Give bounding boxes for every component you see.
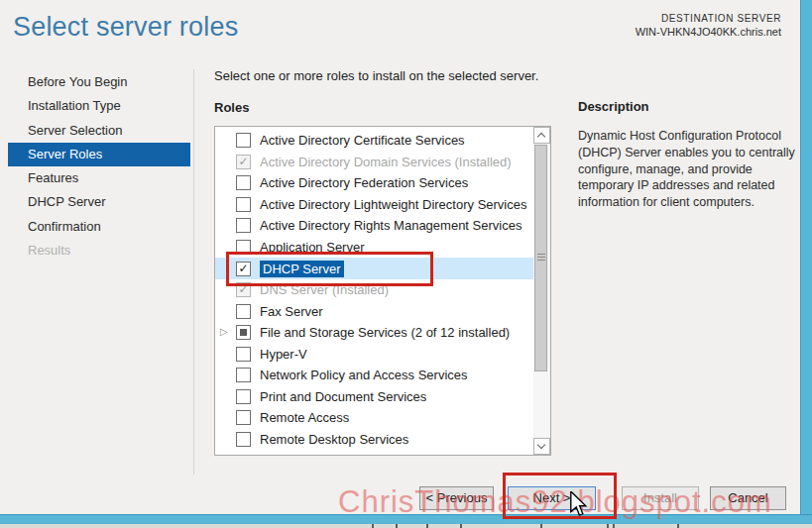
- scroll-down-icon[interactable]: [533, 438, 550, 455]
- role-label: Print and Document Services: [260, 389, 426, 404]
- role-label: Active Directory Certificate Services: [260, 133, 465, 148]
- background-window-edge-tick: [607, 524, 609, 528]
- role-row[interactable]: Remote Access: [215, 407, 533, 429]
- background-window-edge-tick: [677, 524, 679, 528]
- checkbox-unchecked-icon[interactable]: [236, 410, 251, 425]
- background-window-edge-tick: [372, 524, 374, 528]
- role-row[interactable]: Fax Server: [215, 300, 533, 322]
- role-label: Remote Access: [260, 410, 349, 425]
- expand-triangle-icon[interactable]: ▷: [220, 326, 228, 337]
- checkbox-unchecked-icon[interactable]: [236, 432, 251, 447]
- description-heading: Description: [578, 99, 797, 114]
- description-text: Dynamic Host Configuration Protocol (DHC…: [578, 128, 797, 211]
- checkbox-checked-disabled-icon: [236, 155, 251, 169]
- background-window-edge-tick: [460, 524, 462, 528]
- install-button: Install: [622, 486, 699, 510]
- checkbox-unchecked-icon[interactable]: [236, 368, 251, 382]
- roles-scrollbar[interactable]: [533, 127, 550, 455]
- role-row[interactable]: Active Directory Federation Services: [215, 172, 533, 194]
- sidebar-item-results: Results: [8, 239, 190, 263]
- sidebar-divider: [193, 69, 194, 475]
- role-row[interactable]: Active Directory Certificate Services: [215, 130, 533, 152]
- scroll-up-icon[interactable]: [533, 127, 550, 144]
- checkbox-checked-icon[interactable]: [236, 262, 251, 276]
- role-label: Remote Desktop Services: [260, 432, 408, 447]
- sidebar-item-dhcp-server[interactable]: DHCP Server: [8, 190, 190, 214]
- roles-rows: Active Directory Certificate Services Ac…: [215, 130, 533, 450]
- scrollbar-thumb[interactable]: [534, 145, 547, 371]
- role-row[interactable]: Active Directory Domain Services (Instal…: [215, 152, 533, 173]
- role-label: Fax Server: [260, 304, 323, 319]
- wizard-steps-sidebar: Before You Begin Installation Type Serve…: [8, 70, 190, 263]
- roles-list-heading: Roles: [214, 100, 249, 115]
- role-label: Active Directory Lightweight Directory S…: [260, 197, 526, 212]
- checkbox-unchecked-icon[interactable]: [236, 304, 251, 319]
- role-label: DNS Server (Installed): [260, 282, 389, 297]
- checkbox-unchecked-icon[interactable]: [236, 347, 251, 362]
- role-row[interactable]: Active Directory Lightweight Directory S…: [215, 194, 533, 216]
- background-window-edge-tick: [613, 524, 615, 528]
- background-window-right-border: [800, 0, 812, 528]
- role-label: Application Server: [260, 240, 365, 255]
- sidebar-item-confirmation[interactable]: Confirmation: [8, 215, 190, 239]
- page-instruction: Select one or more roles to install on t…: [214, 68, 538, 83]
- checkbox-partial-icon[interactable]: [236, 325, 251, 340]
- checkbox-unchecked-icon[interactable]: [236, 218, 251, 233]
- role-label: Active Directory Domain Services (Instal…: [260, 155, 512, 169]
- role-label: Network Policy and Access Services: [260, 368, 468, 382]
- next-button[interactable]: Next >: [508, 486, 596, 510]
- background-window-edge: [0, 524, 812, 528]
- sidebar-item-installation-type[interactable]: Installation Type: [8, 94, 190, 118]
- previous-button[interactable]: < Previous: [419, 486, 494, 510]
- background-window-edge-tick: [540, 524, 542, 528]
- checkbox-checked-disabled-icon: [236, 282, 251, 297]
- checkbox-unchecked-icon[interactable]: [236, 197, 251, 212]
- checkbox-unchecked-icon[interactable]: [236, 175, 251, 190]
- role-row[interactable]: Active Directory Rights Management Servi…: [215, 215, 533, 237]
- role-row-dhcp-server[interactable]: DHCP Server: [215, 258, 533, 279]
- role-row[interactable]: Hyper-V: [215, 343, 533, 365]
- page-title: Select server roles: [13, 12, 238, 43]
- roles-listbox: Active Directory Certificate Services Ac…: [214, 126, 551, 456]
- role-row[interactable]: Print and Document Services: [215, 386, 533, 408]
- cancel-button[interactable]: Cancel: [710, 486, 786, 510]
- sidebar-item-features[interactable]: Features: [8, 166, 190, 190]
- role-row[interactable]: Remote Desktop Services: [215, 429, 533, 451]
- role-label: Active Directory Federation Services: [260, 175, 468, 190]
- destination-server-label: DESTINATION SERVER: [636, 13, 781, 24]
- add-roles-wizard-window: Select server roles DESTINATION SERVER W…: [0, 0, 812, 528]
- destination-server-block: DESTINATION SERVER WIN-VHKN4JO40KK.chris…: [636, 13, 781, 38]
- background-window-edge-tick: [426, 524, 428, 528]
- sidebar-item-server-selection[interactable]: Server Selection: [8, 119, 190, 143]
- scroll-grip-icon: [537, 257, 545, 258]
- role-label: Active Directory Rights Management Servi…: [260, 218, 522, 233]
- checkbox-unchecked-icon[interactable]: [236, 389, 251, 404]
- role-row[interactable]: DNS Server (Installed): [215, 279, 533, 301]
- destination-server-name: WIN-VHKN4JO40KK.chris.net: [636, 26, 781, 38]
- role-label: Hyper-V: [260, 347, 307, 362]
- sidebar-item-server-roles[interactable]: Server Roles: [8, 143, 190, 166]
- role-label-selected: DHCP Server: [260, 261, 344, 277]
- role-label: File and Storage Services (2 of 12 insta…: [260, 325, 510, 340]
- checkbox-unchecked-icon[interactable]: [236, 133, 251, 148]
- background-window-edge-tick: [396, 524, 398, 528]
- sidebar-item-before-you-begin[interactable]: Before You Begin: [8, 70, 190, 94]
- checkbox-unchecked-icon[interactable]: [236, 240, 251, 255]
- role-row[interactable]: Network Policy and Access Services: [215, 365, 533, 386]
- description-panel: Description Dynamic Host Configuration P…: [578, 99, 797, 211]
- role-row[interactable]: Application Server: [215, 237, 533, 259]
- role-row-file-storage[interactable]: ▷ File and Storage Services (2 of 12 ins…: [215, 322, 533, 344]
